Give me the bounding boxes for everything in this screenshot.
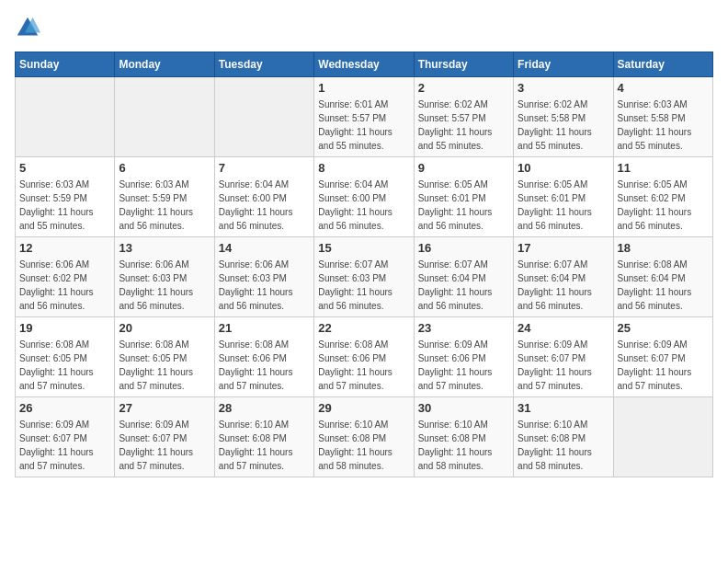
calendar-cell xyxy=(16,77,115,157)
calendar-cell: 9Sunrise: 6:05 AMSunset: 6:01 PMDaylight… xyxy=(414,157,513,237)
calendar-cell: 29Sunrise: 6:10 AMSunset: 6:08 PMDayligh… xyxy=(314,397,414,477)
day-number: 5 xyxy=(19,161,110,175)
day-info: Sunrise: 6:10 AMSunset: 6:08 PMDaylight:… xyxy=(219,418,310,473)
weekday-header-wednesday: Wednesday xyxy=(314,52,414,77)
day-info: Sunrise: 6:01 AMSunset: 5:57 PMDaylight:… xyxy=(318,98,409,153)
calendar-cell xyxy=(214,77,313,157)
day-number: 22 xyxy=(318,321,409,335)
day-info: Sunrise: 6:08 AMSunset: 6:06 PMDaylight:… xyxy=(318,338,409,393)
day-info: Sunrise: 6:03 AMSunset: 5:58 PMDaylight:… xyxy=(618,98,709,153)
calendar-cell: 31Sunrise: 6:10 AMSunset: 6:08 PMDayligh… xyxy=(514,397,613,477)
day-number: 25 xyxy=(618,321,709,335)
calendar-cell: 4Sunrise: 6:03 AMSunset: 5:58 PMDaylight… xyxy=(613,77,712,157)
day-info: Sunrise: 6:02 AMSunset: 5:57 PMDaylight:… xyxy=(418,98,509,153)
calendar-cell: 3Sunrise: 6:02 AMSunset: 5:58 PMDaylight… xyxy=(514,77,613,157)
calendar-table: SundayMondayTuesdayWednesdayThursdayFrid… xyxy=(15,52,713,477)
day-info: Sunrise: 6:06 AMSunset: 6:03 PMDaylight:… xyxy=(219,258,310,313)
calendar-header-row: SundayMondayTuesdayWednesdayThursdayFrid… xyxy=(16,52,713,77)
day-info: Sunrise: 6:09 AMSunset: 6:07 PMDaylight:… xyxy=(618,338,709,393)
calendar-cell: 5Sunrise: 6:03 AMSunset: 5:59 PMDaylight… xyxy=(16,157,115,237)
day-info: Sunrise: 6:02 AMSunset: 5:58 PMDaylight:… xyxy=(518,98,609,153)
day-info: Sunrise: 6:06 AMSunset: 6:03 PMDaylight:… xyxy=(119,258,210,313)
calendar-week-row: 19Sunrise: 6:08 AMSunset: 6:05 PMDayligh… xyxy=(16,317,713,397)
calendar-cell: 12Sunrise: 6:06 AMSunset: 6:02 PMDayligh… xyxy=(16,237,115,317)
calendar-cell: 22Sunrise: 6:08 AMSunset: 6:06 PMDayligh… xyxy=(314,317,414,397)
day-number: 20 xyxy=(119,321,210,335)
day-number: 6 xyxy=(119,161,210,175)
day-info: Sunrise: 6:07 AMSunset: 6:04 PMDaylight:… xyxy=(418,258,509,313)
calendar-cell xyxy=(613,397,712,477)
day-info: Sunrise: 6:06 AMSunset: 6:02 PMDaylight:… xyxy=(19,258,110,313)
calendar-cell: 15Sunrise: 6:07 AMSunset: 6:03 PMDayligh… xyxy=(314,237,414,317)
calendar-cell: 24Sunrise: 6:09 AMSunset: 6:07 PMDayligh… xyxy=(514,317,613,397)
day-number: 13 xyxy=(119,241,210,255)
day-number: 19 xyxy=(19,321,110,335)
day-number: 17 xyxy=(518,241,609,255)
day-info: Sunrise: 6:08 AMSunset: 6:04 PMDaylight:… xyxy=(618,258,709,313)
day-number: 28 xyxy=(219,401,310,415)
calendar-cell: 28Sunrise: 6:10 AMSunset: 6:08 PMDayligh… xyxy=(214,397,313,477)
weekday-header-tuesday: Tuesday xyxy=(214,52,313,77)
day-info: Sunrise: 6:08 AMSunset: 6:05 PMDaylight:… xyxy=(119,338,210,393)
weekday-header-monday: Monday xyxy=(115,52,214,77)
calendar-cell: 23Sunrise: 6:09 AMSunset: 6:06 PMDayligh… xyxy=(414,317,513,397)
calendar-cell: 11Sunrise: 6:05 AMSunset: 6:02 PMDayligh… xyxy=(613,157,712,237)
calendar-cell: 27Sunrise: 6:09 AMSunset: 6:07 PMDayligh… xyxy=(115,397,214,477)
calendar-cell: 7Sunrise: 6:04 AMSunset: 6:00 PMDaylight… xyxy=(214,157,313,237)
calendar-cell: 20Sunrise: 6:08 AMSunset: 6:05 PMDayligh… xyxy=(115,317,214,397)
calendar-cell xyxy=(115,77,214,157)
day-number: 21 xyxy=(219,321,310,335)
day-number: 14 xyxy=(219,241,310,255)
logo-icon xyxy=(15,15,40,40)
weekday-header-friday: Friday xyxy=(514,52,613,77)
day-number: 29 xyxy=(318,401,409,415)
day-info: Sunrise: 6:07 AMSunset: 6:03 PMDaylight:… xyxy=(318,258,409,313)
day-info: Sunrise: 6:05 AMSunset: 6:01 PMDaylight:… xyxy=(418,178,509,233)
day-number: 1 xyxy=(318,81,409,95)
calendar-week-row: 1Sunrise: 6:01 AMSunset: 5:57 PMDaylight… xyxy=(16,77,713,157)
calendar-cell: 8Sunrise: 6:04 AMSunset: 6:00 PMDaylight… xyxy=(314,157,414,237)
day-number: 8 xyxy=(318,161,409,175)
day-info: Sunrise: 6:04 AMSunset: 6:00 PMDaylight:… xyxy=(318,178,409,233)
day-info: Sunrise: 6:05 AMSunset: 6:02 PMDaylight:… xyxy=(618,178,709,233)
calendar-cell: 21Sunrise: 6:08 AMSunset: 6:06 PMDayligh… xyxy=(214,317,313,397)
day-number: 26 xyxy=(19,401,110,415)
day-number: 23 xyxy=(418,321,509,335)
day-number: 3 xyxy=(518,81,609,95)
logo xyxy=(15,15,44,40)
weekday-header-thursday: Thursday xyxy=(414,52,513,77)
day-number: 16 xyxy=(418,241,509,255)
day-number: 7 xyxy=(219,161,310,175)
day-info: Sunrise: 6:09 AMSunset: 6:07 PMDaylight:… xyxy=(19,418,110,473)
day-number: 4 xyxy=(618,81,709,95)
day-number: 2 xyxy=(418,81,509,95)
day-number: 27 xyxy=(119,401,210,415)
calendar-cell: 14Sunrise: 6:06 AMSunset: 6:03 PMDayligh… xyxy=(214,237,313,317)
day-info: Sunrise: 6:08 AMSunset: 6:06 PMDaylight:… xyxy=(219,338,310,393)
day-info: Sunrise: 6:10 AMSunset: 6:08 PMDaylight:… xyxy=(418,418,509,473)
day-info: Sunrise: 6:09 AMSunset: 6:07 PMDaylight:… xyxy=(119,418,210,473)
calendar-week-row: 5Sunrise: 6:03 AMSunset: 5:59 PMDaylight… xyxy=(16,157,713,237)
day-info: Sunrise: 6:05 AMSunset: 6:01 PMDaylight:… xyxy=(518,178,609,233)
day-number: 15 xyxy=(318,241,409,255)
day-number: 12 xyxy=(19,241,110,255)
calendar-cell: 13Sunrise: 6:06 AMSunset: 6:03 PMDayligh… xyxy=(115,237,214,317)
day-info: Sunrise: 6:09 AMSunset: 6:06 PMDaylight:… xyxy=(418,338,509,393)
weekday-header-sunday: Sunday xyxy=(16,52,115,77)
calendar-cell: 25Sunrise: 6:09 AMSunset: 6:07 PMDayligh… xyxy=(613,317,712,397)
day-info: Sunrise: 6:03 AMSunset: 5:59 PMDaylight:… xyxy=(19,178,110,233)
calendar-cell: 10Sunrise: 6:05 AMSunset: 6:01 PMDayligh… xyxy=(514,157,613,237)
calendar-cell: 19Sunrise: 6:08 AMSunset: 6:05 PMDayligh… xyxy=(16,317,115,397)
day-info: Sunrise: 6:03 AMSunset: 5:59 PMDaylight:… xyxy=(119,178,210,233)
calendar-cell: 1Sunrise: 6:01 AMSunset: 5:57 PMDaylight… xyxy=(314,77,414,157)
calendar-cell: 26Sunrise: 6:09 AMSunset: 6:07 PMDayligh… xyxy=(16,397,115,477)
calendar-cell: 16Sunrise: 6:07 AMSunset: 6:04 PMDayligh… xyxy=(414,237,513,317)
day-number: 10 xyxy=(518,161,609,175)
day-info: Sunrise: 6:10 AMSunset: 6:08 PMDaylight:… xyxy=(318,418,409,473)
day-number: 24 xyxy=(518,321,609,335)
day-info: Sunrise: 6:10 AMSunset: 6:08 PMDaylight:… xyxy=(518,418,609,473)
day-info: Sunrise: 6:07 AMSunset: 6:04 PMDaylight:… xyxy=(518,258,609,313)
day-info: Sunrise: 6:09 AMSunset: 6:07 PMDaylight:… xyxy=(518,338,609,393)
calendar-week-row: 12Sunrise: 6:06 AMSunset: 6:02 PMDayligh… xyxy=(16,237,713,317)
weekday-header-saturday: Saturday xyxy=(613,52,712,77)
